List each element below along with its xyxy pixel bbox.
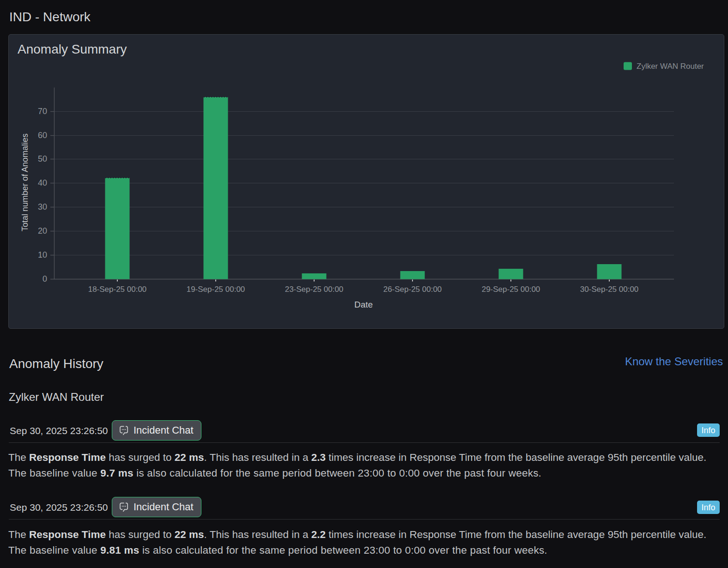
svg-text:19-Sep-25 00:00: 19-Sep-25 00:00 [187, 285, 245, 294]
svg-text:18-Sep-25 00:00: 18-Sep-25 00:00 [88, 285, 147, 294]
svg-text:Zylker WAN Router: Zylker WAN Router [637, 62, 704, 71]
svg-text:26-Sep-25 00:00: 26-Sep-25 00:00 [383, 285, 442, 294]
svg-text:60: 60 [38, 131, 47, 140]
svg-text:10: 10 [38, 250, 47, 260]
svg-text:70: 70 [38, 107, 47, 116]
svg-text:23-Sep-25 00:00: 23-Sep-25 00:00 [285, 285, 344, 294]
svg-text:Total number of Anomalies: Total number of Anomalies [20, 133, 30, 231]
svg-text:50: 50 [38, 154, 47, 163]
svg-text:Date: Date [354, 300, 373, 309]
svg-text:30-Sep-25 00:00: 30-Sep-25 00:00 [580, 285, 639, 294]
svg-text:20: 20 [38, 226, 47, 236]
svg-text:29-Sep-25 00:00: 29-Sep-25 00:00 [482, 285, 540, 294]
svg-text:0: 0 [42, 274, 47, 284]
svg-text:40: 40 [38, 178, 47, 187]
svg-text:30: 30 [38, 202, 47, 211]
